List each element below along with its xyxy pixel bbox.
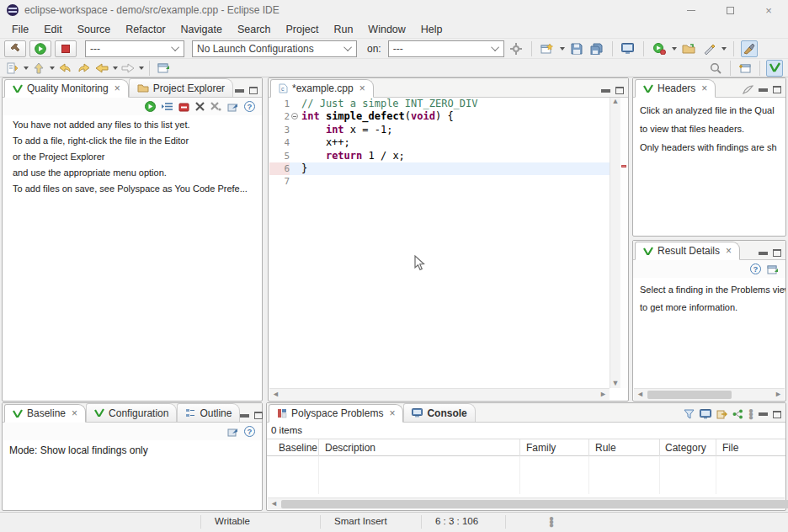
close-tab-icon[interactable]: ×	[389, 407, 395, 419]
load-baseline-icon[interactable]	[227, 427, 238, 437]
code-line[interactable]: 1// Just a simple INT_ZERO_DIV	[269, 98, 610, 110]
search-icon[interactable]	[707, 60, 724, 77]
chevron-down-icon[interactable]	[24, 66, 29, 70]
chevron-down-icon[interactable]	[560, 47, 565, 51]
filter-icon[interactable]	[684, 409, 695, 419]
tab-configuration[interactable]: Configuration	[86, 403, 177, 422]
tab-baseline[interactable]: Baseline ×	[4, 404, 86, 423]
run-button[interactable]	[29, 40, 51, 57]
build-config-combo[interactable]: ---	[85, 40, 184, 57]
back-arrow-button[interactable]	[56, 60, 73, 77]
quill-icon[interactable]	[743, 85, 753, 94]
chevron-down-icon[interactable]	[50, 66, 55, 70]
build-button[interactable]	[4, 40, 26, 57]
problems-table-body[interactable]	[267, 456, 785, 494]
open-folder-button[interactable]	[680, 40, 697, 57]
maximize-button[interactable]	[711, 0, 749, 20]
menu-source[interactable]: Source	[70, 24, 119, 35]
minimize-view-icon[interactable]	[759, 252, 768, 255]
nav-back-button[interactable]	[93, 60, 110, 77]
close-tab-icon[interactable]: ×	[359, 82, 365, 94]
tab-polyspace-problems[interactable]: Polyspace Problems ×	[269, 404, 403, 423]
code-line[interactable]: 5 return 1 / x;	[269, 150, 610, 162]
help-icon[interactable]: ?	[750, 263, 761, 274]
next-annotation-button[interactable]	[4, 60, 21, 77]
tab-quality-monitoring[interactable]: Quality Monitoring ×	[4, 79, 129, 98]
tab-example-cpp[interactable]: c *example.cpp ×	[270, 79, 374, 98]
close-tab-icon[interactable]: ×	[726, 245, 732, 257]
menu-edit[interactable]: Edit	[36, 24, 70, 35]
group-by-icon[interactable]	[732, 409, 743, 419]
show-list-icon[interactable]	[162, 102, 173, 111]
maximize-view-icon[interactable]	[254, 412, 263, 419]
minimize-view-icon[interactable]	[240, 414, 249, 418]
open-perspective-button[interactable]	[737, 60, 753, 77]
chevron-down-icon[interactable]	[672, 47, 677, 51]
launch-target-combo[interactable]: ---	[388, 40, 504, 57]
tab-result-details[interactable]: Result Details ×	[635, 242, 740, 260]
view-menu-icon[interactable]: ●●●	[748, 409, 753, 419]
menu-refactor[interactable]: Refactor	[118, 24, 173, 35]
code-line[interactable]: 3 int x = -1;	[269, 124, 610, 136]
close-tab-icon[interactable]: ×	[114, 82, 120, 94]
pin-view-icon[interactable]	[767, 264, 779, 274]
annotate-button[interactable]	[700, 40, 717, 57]
maximize-view-icon[interactable]	[773, 411, 781, 418]
column-rule[interactable]: Rule	[595, 439, 616, 457]
problems-horizontal-scrollbar[interactable]: ◄ ►	[268, 497, 785, 509]
save-all-button[interactable]	[588, 40, 605, 57]
minimize-view-icon[interactable]	[601, 89, 610, 93]
new-wizard-button[interactable]	[539, 40, 556, 57]
export-icon[interactable]	[716, 409, 727, 419]
stop-button[interactable]	[55, 40, 77, 57]
tab-outline[interactable]: Outline	[177, 403, 240, 422]
fold-marker-icon[interactable]	[290, 110, 300, 123]
tab-project-explorer[interactable]: Project Explorer	[129, 78, 233, 97]
gear-icon[interactable]	[508, 40, 524, 57]
close-tab-icon[interactable]: ×	[72, 407, 77, 419]
help-icon[interactable]: ?	[244, 101, 255, 112]
load-results-icon[interactable]	[227, 102, 238, 112]
column-file[interactable]: File	[722, 439, 738, 457]
new-editor-button[interactable]	[155, 60, 172, 77]
minimize-view-icon[interactable]	[759, 412, 768, 416]
last-edit-location-button[interactable]	[30, 60, 47, 77]
menu-project[interactable]: Project	[279, 24, 327, 35]
maximize-view-icon[interactable]	[615, 87, 624, 94]
console-button[interactable]	[620, 40, 636, 57]
launch-config-combo[interactable]: No Launch Configurations	[192, 40, 357, 57]
tab-console[interactable]: Console	[403, 403, 475, 422]
format-brush-button[interactable]	[741, 40, 758, 57]
status-menu-icon[interactable]: ●●●	[549, 517, 554, 527]
nav-forward-button[interactable]	[120, 60, 136, 77]
code-line[interactable]: 7	[269, 175, 610, 188]
editor-horizontal-scrollbar[interactable]: ◄►	[269, 388, 610, 400]
maximize-view-icon[interactable]	[773, 249, 781, 257]
minimize-button[interactable]	[672, 0, 711, 20]
maximize-view-icon[interactable]	[249, 87, 258, 94]
column-baseline[interactable]: Baseline	[279, 439, 317, 457]
minimize-view-icon[interactable]	[759, 88, 768, 92]
column-description[interactable]: Description	[325, 439, 375, 457]
polyspace-perspective-button[interactable]	[766, 60, 783, 77]
minimize-view-icon[interactable]	[235, 89, 244, 93]
code-line[interactable]: 6}	[269, 162, 610, 175]
menu-navigate[interactable]: Navigate	[173, 24, 230, 35]
save-button[interactable]	[568, 40, 585, 57]
menu-file[interactable]: File	[4, 24, 36, 35]
chevron-down-icon[interactable]	[113, 66, 118, 70]
result-details-horizontal-scrollbar[interactable]: ◄ ►	[634, 388, 785, 400]
close-tab-icon[interactable]: ×	[701, 82, 707, 94]
run-analysis-icon[interactable]	[145, 101, 156, 112]
help-icon[interactable]: ?	[244, 426, 255, 437]
menu-window[interactable]: Window	[360, 24, 413, 35]
annotation-marker[interactable]	[621, 165, 626, 168]
run-history-button[interactable]	[651, 40, 668, 57]
close-button[interactable]: ×	[749, 0, 788, 20]
maximize-view-icon[interactable]	[773, 86, 781, 93]
code-line[interactable]: 4 x++;	[269, 136, 610, 149]
editor-vertical-scrollbar[interactable]: ▲ ▼	[610, 98, 620, 388]
column-family[interactable]: Family	[526, 439, 556, 457]
remove-file-icon[interactable]	[178, 102, 189, 112]
chevron-down-icon[interactable]	[139, 66, 144, 70]
